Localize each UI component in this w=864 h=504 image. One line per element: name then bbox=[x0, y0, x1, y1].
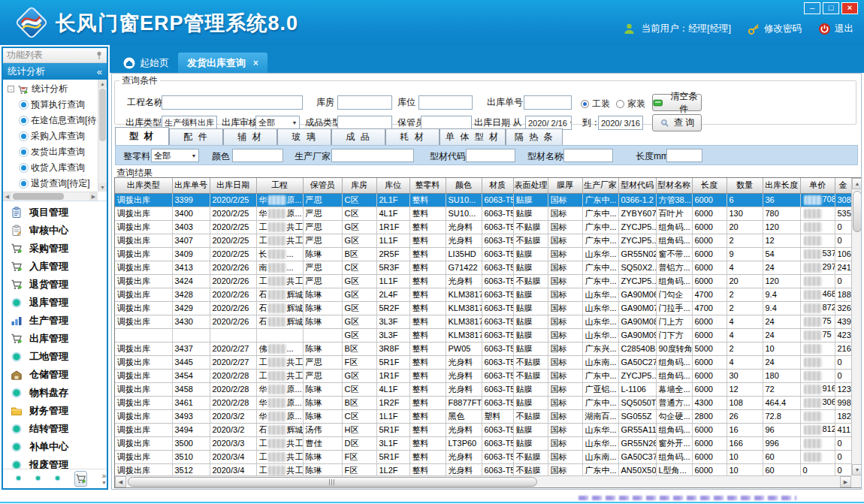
dot-shortcut-icon[interactable] bbox=[54, 473, 61, 484]
column-header-型材名称[interactable]: 型材名称 bbox=[656, 178, 692, 193]
scroll-up-icon[interactable]: ▲ bbox=[98, 80, 107, 88]
scroll-right-icon[interactable]: ▶ bbox=[89, 192, 98, 201]
sidebar-item-审核中心[interactable]: 审核中心 bbox=[3, 222, 107, 240]
scroll-down-icon[interactable]: ▼ bbox=[852, 464, 862, 475]
table-row[interactable]: 调拨出库34942020/3/2石辉城汤伟H区5R1F整料光身料6063-T5贴… bbox=[115, 423, 851, 436]
column-header-库位[interactable]: 库位 bbox=[376, 178, 409, 193]
order-no-input[interactable] bbox=[524, 95, 572, 110]
sidebar-overflow-button[interactable]: » ▼ bbox=[101, 472, 107, 486]
scroll-up-icon[interactable]: ▲ bbox=[852, 178, 862, 189]
sidebar-item-报废管理[interactable]: 报废管理 bbox=[3, 456, 107, 469]
tree-node[interactable]: 采购入库查询 bbox=[3, 128, 98, 144]
table-row[interactable]: 调拨出库33992020/2/25华原...严思C区2L1F整料SU10...6… bbox=[115, 193, 851, 207]
column-header-生产厂家[interactable]: 生产厂家 bbox=[582, 178, 618, 193]
length-input[interactable] bbox=[666, 149, 702, 162]
sidebar-item-工地管理[interactable]: 工地管理 bbox=[3, 348, 107, 366]
close-button[interactable]: × bbox=[841, 2, 858, 14]
column-header-出库单号[interactable]: 出库单号 bbox=[172, 178, 210, 193]
table-row[interactable]: 调拨出库34612020/2/28华原...陈琳B区1R2F整料F8877FT6… bbox=[115, 396, 851, 409]
maximize-button[interactable]: □ bbox=[823, 2, 839, 14]
whole-part-select[interactable]: 全部 ▼ bbox=[151, 149, 199, 162]
column-header-整零料[interactable]: 整零料 bbox=[409, 178, 446, 193]
tree-node-root[interactable]: -统计分析 bbox=[3, 81, 98, 97]
scrollbar-thumb[interactable] bbox=[13, 193, 64, 200]
scrollbar-thumb[interactable] bbox=[853, 191, 862, 232]
tree-expander-icon[interactable]: - bbox=[8, 86, 14, 92]
sidebar-item-物料盘存[interactable]: 物料盘存 bbox=[3, 384, 107, 402]
scroll-down-icon[interactable]: ▼ bbox=[98, 183, 107, 192]
table-row[interactable]: 调拨出库34542020/2/28工共工程严思G区1R1F整料光身料6063-T… bbox=[115, 369, 851, 382]
table-row[interactable]: 调拨出库35102020/3/4工共工程陈琳F区5R1F整料光身料6063-T5… bbox=[115, 450, 851, 463]
tree-node[interactable]: 预算执行查询 bbox=[3, 97, 98, 113]
cart-shortcut-button[interactable] bbox=[74, 471, 87, 487]
material-tab-玻璃[interactable]: 玻 璃 bbox=[277, 128, 331, 145]
project-name-input[interactable] bbox=[162, 95, 303, 110]
material-tab-耗材[interactable]: 耗 材 bbox=[385, 128, 440, 145]
location-input[interactable] bbox=[418, 95, 473, 110]
material-tab-隔热条[interactable]: 隔 热 条 bbox=[506, 128, 563, 145]
material-tab-辅材[interactable]: 辅 材 bbox=[223, 128, 277, 145]
color-input[interactable] bbox=[232, 149, 283, 162]
material-tab-配件[interactable]: 配 件 bbox=[169, 128, 223, 145]
grid-vertical-scrollbar[interactable]: ▲ ▼ bbox=[851, 178, 862, 475]
column-header-单价[interactable]: 单价 bbox=[800, 178, 835, 193]
table-row[interactable]: 调拨出库34092020/2/25长...陈琳B区2R5F整料LI35HD606… bbox=[115, 247, 851, 261]
sidebar-item-退货管理[interactable]: 退货管理 bbox=[3, 276, 107, 294]
tree-node[interactable]: 退货查询[待定] bbox=[3, 176, 98, 192]
dot-shortcut-icon[interactable] bbox=[35, 473, 41, 484]
dot-shortcut-icon[interactable] bbox=[15, 473, 22, 484]
table-row[interactable]: 调拨出库34292020/2/26石辉城陈琳G区5R2F整料KLM3817606… bbox=[115, 301, 851, 315]
column-header-表面处理[interactable]: 表面处理 bbox=[513, 178, 548, 193]
table-row[interactable]: 调拨出库35002020/3/3工共工程曹佳D区3L1F整料LT3P606063… bbox=[115, 436, 851, 450]
column-header-膜厚[interactable]: 膜厚 bbox=[548, 178, 582, 193]
column-header-出库长度[interactable]: 出库长度 bbox=[763, 178, 800, 193]
table-row[interactable]: 调拨出库34072020/2/25工共工程严思G区1L1F整料光身料6063-T… bbox=[115, 234, 851, 247]
material-tab-型材[interactable]: 型 材 bbox=[115, 127, 169, 145]
scrollbar-thumb[interactable] bbox=[128, 477, 537, 487]
sidebar-item-结转管理[interactable]: 结转管理 bbox=[3, 420, 107, 438]
tree-node[interactable]: 收货入库查询 bbox=[3, 160, 98, 176]
column-header-金[interactable]: 金 bbox=[835, 178, 851, 193]
scrollbar-thumb[interactable] bbox=[99, 89, 106, 141]
tree-horizontal-scrollbar[interactable]: ◀ ▶ bbox=[3, 192, 98, 201]
clear-conditions-button[interactable]: 清空条件 bbox=[652, 94, 702, 111]
sidebar-item-退库管理[interactable]: 退库管理 bbox=[3, 294, 107, 312]
column-header-出库日期[interactable]: 出库日期 bbox=[210, 178, 256, 193]
scroll-left-icon[interactable]: ◀ bbox=[115, 476, 126, 487]
manufacturer-input[interactable] bbox=[331, 149, 414, 162]
column-header-长度[interactable]: 长度 bbox=[692, 178, 727, 193]
profile-code-input[interactable] bbox=[466, 149, 515, 162]
minimize-button[interactable]: – bbox=[804, 2, 820, 14]
column-header-出库类型[interactable]: 出库类型 bbox=[115, 178, 172, 193]
material-tab-成品[interactable]: 成 品 bbox=[331, 128, 385, 145]
sidebar-item-仓储管理[interactable]: 仓储管理 bbox=[3, 366, 107, 384]
tab-发货出库查询[interactable]: 发货出库查询× bbox=[178, 53, 267, 73]
radio-gongzhuang[interactable]: 工装 bbox=[581, 98, 610, 110]
tab-起始页[interactable]: 起始页 bbox=[114, 53, 178, 73]
table-row[interactable]: 调拨出库34582020/2/28华原...陈琳C区4L1F整料光身料6063-… bbox=[115, 382, 851, 396]
table-row[interactable]: 调拨出库34032020/2/25工共工程严思G区1R1F整料光身料6063-T… bbox=[115, 220, 851, 234]
tree-vertical-scrollbar[interactable]: ▲ ▼ bbox=[98, 80, 107, 192]
table-row[interactable]: 调拨出库34302020/2/26石辉城陈琳G区3L3F整料KLM3817606… bbox=[115, 315, 851, 328]
sidebar-item-生产管理[interactable]: 生产管理 bbox=[3, 312, 107, 330]
sidebar-item-入库管理[interactable]: 入库管理 bbox=[3, 258, 107, 276]
column-header-型材代码[interactable]: 型材代码 bbox=[618, 178, 656, 193]
sidebar-item-补单中心[interactable]: 补单中心 bbox=[3, 438, 107, 456]
column-header-库房[interactable]: 库房 bbox=[342, 178, 376, 193]
table-row[interactable]: 调拨出库34132020/2/26南...严思C区5R3F整料G71422606… bbox=[115, 261, 851, 274]
tab-close-icon[interactable]: × bbox=[253, 58, 258, 68]
table-row[interactable]: 调拨出库34002020/2/25华原...严思C区4L1F整料SU10...6… bbox=[115, 207, 851, 220]
sidebar-item-财务管理[interactable]: 财务管理 bbox=[3, 402, 107, 420]
logout-button[interactable]: 退出 bbox=[818, 23, 853, 35]
pin-icon[interactable] bbox=[95, 51, 103, 60]
table-row[interactable]: 调拨出库34282020/2/26石辉城陈琳G区2L4F整料KLM3817606… bbox=[115, 288, 851, 301]
warehouse-input[interactable] bbox=[337, 95, 392, 110]
table-row[interactable]: 调拨出库34242020/2/26工共工程严思G区1L1F整料光身料6063-T… bbox=[115, 274, 851, 288]
scroll-left-icon[interactable]: ◀ bbox=[3, 192, 11, 201]
sidebar-item-采购管理[interactable]: 采购管理 bbox=[3, 240, 107, 258]
column-header-颜色[interactable]: 颜色 bbox=[446, 178, 482, 193]
column-header-工程[interactable]: 工程 bbox=[256, 178, 303, 193]
radio-jiazhuang[interactable]: 家装 bbox=[616, 98, 645, 110]
column-header-材质[interactable]: 材质 bbox=[482, 178, 513, 193]
material-tab-单体型材[interactable]: 单 体 型 材 bbox=[440, 128, 506, 145]
